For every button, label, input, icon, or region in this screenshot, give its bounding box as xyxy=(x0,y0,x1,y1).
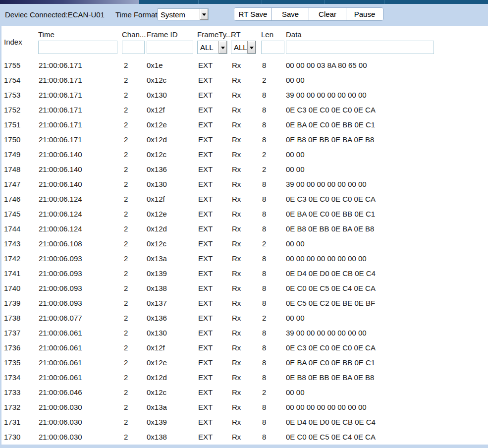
table-row[interactable]: 173421:00:06.06120x12dEXTRx80E B8 0E BB … xyxy=(1,370,488,385)
cell-channel: 2 xyxy=(124,192,128,207)
cell-index: 1751 xyxy=(4,117,20,132)
cell-frame-type: EXT xyxy=(198,415,213,430)
rt-save-button[interactable]: RT Save xyxy=(234,8,271,20)
table-row[interactable]: 175021:00:06.17120x12dEXTRx80E B8 0E BB … xyxy=(1,132,488,147)
table-header: Index Time Chan... Frame ID FrameTy... R… xyxy=(1,26,488,58)
cell-len: 8 xyxy=(262,370,266,385)
table-row[interactable]: 173121:00:06.03020x139EXTRx80E D4 0E D0 … xyxy=(1,415,488,430)
cell-frame-type: EXT xyxy=(198,207,213,222)
cell-len: 8 xyxy=(262,296,266,311)
clear-button[interactable]: Clear xyxy=(309,8,346,20)
cell-rt: Rx xyxy=(232,162,241,177)
cell-rt: Rx xyxy=(232,370,241,385)
len-filter-input[interactable] xyxy=(261,41,284,54)
cell-rt: Rx xyxy=(232,192,241,207)
table-row[interactable]: 175521:00:06.17120x1eEXTRx800 00 00 03 8… xyxy=(1,58,488,73)
cell-data: 0E B8 0E BB 0E BA 0E B8 xyxy=(286,370,374,385)
chevron-down-icon[interactable] xyxy=(200,9,208,20)
table-row[interactable]: 174421:00:06.12420x12dEXTRx80E B8 0E BB … xyxy=(1,222,488,236)
cell-rt: Rx xyxy=(232,311,241,326)
cell-time: 21:00:06.124 xyxy=(39,222,82,236)
cell-frame-type: EXT xyxy=(198,430,213,445)
time-filter-input[interactable] xyxy=(38,41,117,54)
save-button[interactable]: Save xyxy=(271,8,309,20)
cell-index: 1750 xyxy=(4,132,20,147)
table-row[interactable]: 173221:00:06.03020x13aEXTRx800 00 00 00 … xyxy=(1,400,488,415)
table-row[interactable]: 174321:00:06.10820x12cEXTRx200 00 xyxy=(1,236,488,251)
table-row[interactable]: 174821:00:06.14020x136EXTRx200 00 xyxy=(1,162,488,177)
cell-data: 39 00 00 00 00 00 00 00 xyxy=(286,326,367,340)
cell-channel: 2 xyxy=(124,117,128,132)
table-row[interactable]: 174521:00:06.12420x12eEXTRx80E BA 0E C0 … xyxy=(1,207,488,222)
table-row[interactable]: 173721:00:06.06120x130EXTRx839 00 00 00 … xyxy=(1,326,488,340)
table-row[interactable]: 174021:00:06.09320x138EXTRx80E C0 0E C5 … xyxy=(1,281,488,296)
table-row[interactable]: 173921:00:06.09320x137EXTRx80E C5 0E C2 … xyxy=(1,296,488,311)
cell-frame-id: 0x139 xyxy=(147,415,167,430)
cell-frame-type: EXT xyxy=(198,222,213,236)
cell-data: 00 00 xyxy=(286,385,305,400)
chevron-down-icon[interactable] xyxy=(247,41,256,54)
cell-time: 21:00:06.077 xyxy=(39,311,82,326)
cell-index: 1744 xyxy=(4,222,20,236)
pause-button[interactable]: Pause xyxy=(346,8,383,20)
cell-frame-id: 0x12c xyxy=(147,73,166,88)
cell-channel: 2 xyxy=(124,162,128,177)
table-row[interactable]: 174921:00:06.14020x12cEXTRx200 00 xyxy=(1,147,488,162)
time-format-dropdown[interactable]: System xyxy=(158,8,209,20)
table-row[interactable]: 173021:00:06.03020x138EXTRx80E C0 0E C5 … xyxy=(1,430,488,445)
cell-channel: 2 xyxy=(124,58,128,73)
cell-index: 1749 xyxy=(4,147,20,162)
chevron-down-icon[interactable] xyxy=(218,41,227,54)
cell-data: 00 00 xyxy=(286,162,305,177)
table-body: 175521:00:06.17120x1eEXTRx800 00 00 03 8… xyxy=(1,58,488,445)
cell-index: 1742 xyxy=(4,251,20,266)
cell-channel: 2 xyxy=(124,415,128,430)
cell-frame-id: 0x12c xyxy=(147,236,166,251)
cell-len: 2 xyxy=(262,385,266,400)
table-row[interactable]: 175321:00:06.17120x130EXTRx839 00 00 00 … xyxy=(1,88,488,103)
cell-rt: Rx xyxy=(232,132,241,147)
table-row[interactable]: 173521:00:06.06120x12eEXTRx80E BA 0E C0 … xyxy=(1,355,488,370)
channel-filter-input[interactable] xyxy=(122,41,145,54)
table-row[interactable]: 174221:00:06.09320x13aEXTRx800 00 00 00 … xyxy=(1,251,488,266)
cell-frame-type: EXT xyxy=(198,311,213,326)
cell-channel: 2 xyxy=(124,370,128,385)
table-row[interactable]: 174621:00:06.12420x12fEXTRx80E C3 0E C0 … xyxy=(1,192,488,207)
table-row[interactable]: 175221:00:06.17120x12fEXTRx80E C3 0E C0 … xyxy=(1,103,488,117)
tab-separator xyxy=(262,0,262,4)
cell-frame-type: EXT xyxy=(198,73,213,88)
frame-id-filter-input[interactable] xyxy=(147,41,193,54)
table-row[interactable]: 173621:00:06.06120x12fEXTRx80E C3 0E C0 … xyxy=(1,340,488,355)
cell-frame-type: EXT xyxy=(198,177,213,192)
cell-data: 00 00 xyxy=(286,311,305,326)
cell-len: 2 xyxy=(262,147,266,162)
cell-channel: 2 xyxy=(124,103,128,117)
cell-channel: 2 xyxy=(124,385,128,400)
table-row[interactable]: 175421:00:06.17120x12cEXTRx200 00 xyxy=(1,73,488,88)
cell-frame-id: 0x13a xyxy=(147,251,167,266)
cell-index: 1736 xyxy=(4,340,20,355)
cell-time: 21:00:06.171 xyxy=(39,117,82,132)
frame-type-filter-dropdown[interactable]: ALL xyxy=(197,41,227,54)
cell-time: 21:00:06.093 xyxy=(39,266,82,281)
data-filter-input[interactable] xyxy=(286,41,434,54)
cell-rt: Rx xyxy=(232,117,241,132)
cell-len: 8 xyxy=(262,400,266,415)
cell-frame-type: EXT xyxy=(198,132,213,147)
table-row[interactable]: 173821:00:06.07720x136EXTRx200 00 xyxy=(1,311,488,326)
cell-len: 8 xyxy=(262,117,266,132)
cell-frame-type: EXT xyxy=(198,266,213,281)
rt-filter-dropdown[interactable]: ALL xyxy=(231,41,256,54)
table-row[interactable]: 174721:00:06.14020x130EXTRx839 00 00 00 … xyxy=(1,177,488,192)
table-row[interactable]: 175121:00:06.17120x12eEXTRx80E BA 0E C0 … xyxy=(1,117,488,132)
column-header-len: Len xyxy=(261,30,273,39)
cell-time: 21:00:06.061 xyxy=(39,326,82,340)
cell-index: 1748 xyxy=(4,162,20,177)
cell-len: 8 xyxy=(262,266,266,281)
table-row[interactable]: 173321:00:06.04620x12cEXTRx200 00 xyxy=(1,385,488,400)
cell-len: 8 xyxy=(262,281,266,296)
cell-index: 1752 xyxy=(4,103,20,117)
cell-index: 1755 xyxy=(4,58,20,73)
cell-time: 21:00:06.171 xyxy=(39,132,82,147)
table-row[interactable]: 174121:00:06.09320x139EXTRx80E D4 0E D0 … xyxy=(1,266,488,281)
